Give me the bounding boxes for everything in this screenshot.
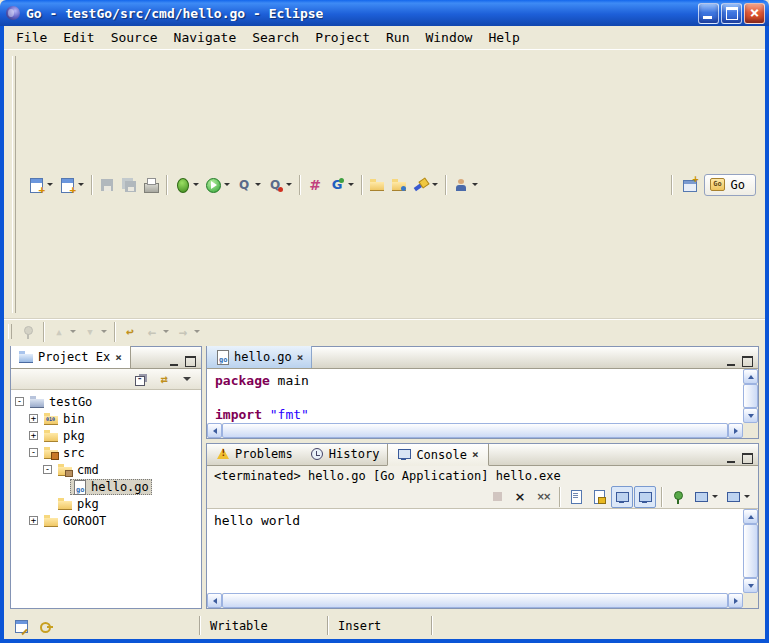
menu-search[interactable]: Search — [244, 28, 307, 47]
statusbar-key-icon-button[interactable] — [35, 615, 57, 637]
collapse-all-button[interactable] — [130, 368, 152, 390]
pin-console-button[interactable] — [667, 486, 689, 508]
close-icon[interactable]: × — [296, 351, 305, 364]
close-icon[interactable]: × — [114, 351, 123, 364]
go-perspective-button[interactable]: Go — [704, 174, 756, 196]
minimize-button[interactable] — [698, 3, 719, 24]
scroll-down-icon[interactable] — [743, 408, 758, 423]
external-tools-button[interactable] — [264, 174, 295, 196]
close-icon[interactable]: × — [471, 448, 480, 461]
scrollbar-thumb[interactable] — [743, 524, 758, 578]
titlebar[interactable]: Go - testGo/src/cmd/hello.go - Eclipse — [0, 0, 769, 26]
maximize-view-icon[interactable] — [740, 354, 755, 368]
tree-entry[interactable]: bin — [42, 411, 88, 427]
console-vertical-scrollbar[interactable] — [743, 509, 758, 593]
print-button[interactable] — [140, 174, 162, 196]
menu-help[interactable]: Help — [480, 28, 527, 47]
editor-vertical-scrollbar[interactable] — [743, 369, 758, 423]
debug-button[interactable] — [171, 174, 202, 196]
toolbar-grip[interactable] — [12, 56, 16, 313]
run-button[interactable] — [202, 174, 233, 196]
tab-problems[interactable]: Problems — [207, 443, 301, 465]
run-history-button[interactable] — [233, 174, 264, 196]
collapse-icon[interactable]: - — [29, 448, 38, 457]
tree-item-bin[interactable]: +bin — [11, 410, 201, 427]
tree-item-testgo[interactable]: -testGo — [11, 393, 201, 410]
menu-source[interactable]: Source — [103, 28, 166, 47]
last-edit-location-button[interactable] — [119, 321, 141, 343]
remove-launch-button[interactable] — [509, 486, 531, 508]
collapse-icon[interactable]: - — [43, 465, 52, 474]
maximize-view-icon[interactable] — [183, 354, 198, 368]
minimize-view-icon[interactable] — [723, 451, 738, 465]
maximize-button[interactable] — [721, 3, 742, 24]
link-with-editor-button[interactable] — [153, 368, 175, 390]
expand-icon[interactable]: + — [29, 414, 38, 423]
tab-hello-go[interactable]: hello.go × — [207, 346, 312, 368]
collapse-icon[interactable]: - — [15, 397, 24, 406]
scroll-right-icon[interactable] — [728, 423, 743, 438]
word-wrap-button[interactable] — [611, 486, 633, 508]
menu-window[interactable]: Window — [417, 28, 480, 47]
tree-entry[interactable]: pkg — [56, 496, 102, 512]
minimize-view-icon[interactable] — [166, 354, 181, 368]
tree-entry[interactable]: testGo — [28, 394, 95, 410]
tree-item-pkg[interactable]: pkg — [11, 495, 201, 512]
clear-console-button[interactable] — [565, 486, 587, 508]
tab-history[interactable]: History — [301, 443, 388, 465]
scroll-left-icon[interactable] — [207, 593, 222, 608]
open-type-button[interactable] — [388, 174, 410, 196]
open-perspective-button[interactable] — [679, 174, 701, 196]
minimize-view-icon[interactable] — [723, 354, 738, 368]
editor-horizontal-scrollbar[interactable] — [207, 423, 743, 438]
tree-entry[interactable]: hello.go — [70, 479, 152, 495]
scroll-up-icon[interactable] — [743, 369, 758, 384]
scroll-left-icon[interactable] — [207, 423, 222, 438]
go-actions-button[interactable] — [326, 174, 357, 196]
tab-project-explorer[interactable]: Project Ex × — [11, 346, 131, 368]
tree-entry[interactable]: cmd — [56, 462, 102, 478]
scroll-down-icon[interactable] — [743, 578, 758, 593]
scrollbar-thumb[interactable] — [743, 384, 758, 408]
scroll-up-icon[interactable] — [743, 509, 758, 524]
view-menu-button[interactable] — [176, 368, 198, 390]
tree-item-hello-go[interactable]: hello.go — [11, 478, 201, 495]
statusbar-edit-icon-button[interactable] — [10, 615, 32, 637]
console-horizontal-scrollbar[interactable] — [207, 593, 743, 608]
tree-entry[interactable]: src — [42, 445, 88, 461]
scrollbar-thumb[interactable] — [222, 423, 728, 438]
display-selected-console-button[interactable] — [690, 486, 721, 508]
new-wizard-button[interactable] — [25, 174, 56, 196]
tree-entry[interactable]: GOROOT — [42, 513, 109, 529]
show-on-output-button[interactable] — [634, 486, 656, 508]
close-button[interactable] — [744, 3, 765, 24]
code-area[interactable]: package mainimport "fmt"func main() { fm… — [207, 369, 743, 423]
menu-run[interactable]: Run — [378, 28, 417, 47]
menu-project[interactable]: Project — [307, 28, 378, 47]
tree-entry[interactable]: pkg — [42, 428, 88, 444]
scrollbar-thumb[interactable] — [222, 593, 728, 608]
tree-item-cmd[interactable]: -cmd — [11, 461, 201, 478]
open-resource-button[interactable] — [366, 174, 388, 196]
new-element-button[interactable] — [56, 174, 87, 196]
menu-navigate[interactable]: Navigate — [166, 28, 245, 47]
tree-item-src[interactable]: -src — [11, 444, 201, 461]
new-go-project-button[interactable] — [304, 174, 326, 196]
toolbar-grip[interactable] — [8, 324, 12, 339]
expand-icon[interactable]: + — [29, 516, 38, 525]
open-console-button[interactable] — [722, 486, 753, 508]
console-output-text: hello world — [207, 509, 743, 593]
scroll-right-icon[interactable] — [728, 593, 743, 608]
menu-edit[interactable]: Edit — [55, 28, 102, 47]
menu-file[interactable]: File — [8, 28, 55, 47]
maximize-view-icon[interactable] — [740, 451, 755, 465]
console-output[interactable]: hello world — [207, 508, 758, 608]
search-button[interactable] — [410, 174, 441, 196]
tree-item-pkg[interactable]: +pkg — [11, 427, 201, 444]
annotations-button[interactable] — [450, 174, 481, 196]
expand-icon[interactable]: + — [29, 431, 38, 440]
tab-console[interactable]: Console× — [387, 444, 488, 466]
tree-item-goroot[interactable]: +GOROOT — [11, 512, 201, 529]
remove-all-terminated-button[interactable] — [532, 486, 554, 508]
scroll-lock-button[interactable] — [588, 486, 610, 508]
